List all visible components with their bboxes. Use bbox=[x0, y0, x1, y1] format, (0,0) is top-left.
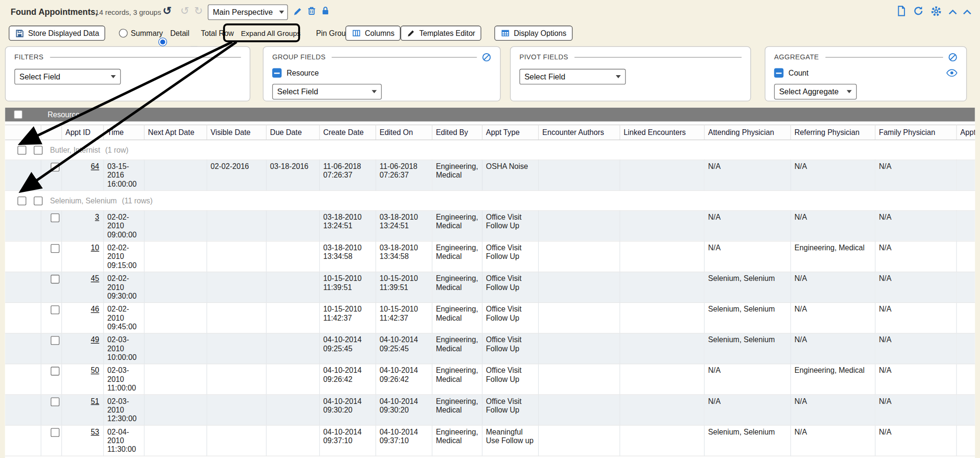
group-expand-checkbox[interactable] bbox=[18, 196, 26, 205]
table-cell: Office Visit Follow Up bbox=[482, 395, 538, 425]
store-displayed-data-button[interactable]: Store Displayed Data bbox=[9, 26, 105, 41]
appt-id-link[interactable]: 49 bbox=[91, 335, 99, 344]
history-forward-icon[interactable]: ↻ bbox=[194, 6, 203, 16]
aggregate-select[interactable]: Select Aggregate bbox=[774, 84, 857, 100]
table-cell: N/A bbox=[875, 333, 956, 364]
cell-spacer bbox=[5, 302, 41, 333]
group-count: (1 row) bbox=[105, 145, 129, 154]
appt-id-link[interactable]: 10 bbox=[91, 244, 99, 252]
column-header[interactable]: Visible Date bbox=[207, 125, 266, 140]
detail-radio[interactable] bbox=[158, 37, 167, 46]
history-back-icon[interactable]: ↺ bbox=[180, 6, 189, 16]
row-checkbox[interactable] bbox=[50, 275, 59, 283]
group-row: Selenium, Selenium(11 rows) bbox=[5, 190, 975, 211]
appt-id-link[interactable]: 50 bbox=[91, 366, 99, 375]
edit-perspective-icon[interactable] bbox=[293, 6, 303, 19]
templates-editor-label: Templates Editor bbox=[419, 29, 475, 37]
row-checkbox[interactable] bbox=[50, 244, 59, 253]
column-header[interactable]: Edited On bbox=[376, 125, 432, 140]
table-cell: N/A bbox=[791, 272, 875, 302]
clear-group-fields-icon[interactable] bbox=[482, 52, 491, 62]
table-cell: 04-10-2014 09:30:20 bbox=[376, 395, 432, 425]
detail-label: Detail bbox=[170, 29, 189, 37]
delete-perspective-icon[interactable] bbox=[307, 6, 317, 18]
clear-aggregate-icon[interactable] bbox=[948, 52, 958, 62]
refresh-icon[interactable] bbox=[913, 6, 924, 19]
column-header[interactable]: Next Apt Date bbox=[144, 125, 207, 140]
column-header[interactable]: Encounter Authors bbox=[538, 125, 620, 140]
table-cell bbox=[956, 425, 975, 456]
group-select-checkbox[interactable] bbox=[34, 145, 43, 154]
column-header[interactable]: Edited By bbox=[432, 125, 482, 140]
table-cell: Engineering, Medical bbox=[432, 241, 482, 272]
appt-id-link[interactable]: 51 bbox=[91, 397, 99, 405]
table-cell bbox=[266, 364, 319, 394]
cell-spacer bbox=[5, 272, 41, 302]
display-options-button[interactable]: Display Options bbox=[494, 26, 573, 41]
row-checkbox[interactable] bbox=[50, 428, 59, 437]
table-cell bbox=[538, 425, 620, 456]
row-checkbox[interactable] bbox=[50, 213, 59, 222]
table-cell: N/A bbox=[791, 425, 875, 456]
row-checkbox[interactable] bbox=[50, 336, 59, 345]
aggregate-chip-label: Count bbox=[789, 68, 809, 77]
table-cell: 02-03-2010 12:30:00 bbox=[103, 395, 144, 425]
group-expand-checkbox[interactable] bbox=[18, 145, 26, 154]
appt-id-link[interactable]: 45 bbox=[91, 274, 99, 283]
column-header[interactable]: Family Physician bbox=[875, 125, 956, 140]
gear-icon[interactable] bbox=[931, 6, 942, 20]
table-cell bbox=[956, 364, 975, 394]
remove-aggregate-icon[interactable] bbox=[774, 68, 784, 78]
pivot-field-select[interactable]: Select Field bbox=[519, 69, 625, 85]
column-header[interactable]: Attending Physician bbox=[704, 125, 790, 140]
table-cell: Engineering, Medical bbox=[432, 211, 482, 241]
row-checkbox[interactable] bbox=[50, 367, 59, 375]
document-icon[interactable] bbox=[896, 6, 907, 19]
templates-editor-button[interactable]: Templates Editor bbox=[401, 26, 481, 41]
select-all-checkbox[interactable] bbox=[14, 110, 22, 119]
collapse-up-icon[interactable] bbox=[948, 7, 958, 18]
column-header[interactable]: Create Date bbox=[319, 125, 376, 140]
table-cell: N/A bbox=[875, 272, 956, 302]
table-cell bbox=[620, 333, 704, 364]
column-header[interactable]: Appt Re bbox=[956, 125, 975, 140]
table-cell: 02-02-2010 09:15:00 bbox=[103, 241, 144, 272]
lock-icon[interactable] bbox=[321, 6, 331, 18]
group-select-checkbox[interactable] bbox=[34, 196, 43, 205]
group-field-select[interactable]: Select Field bbox=[272, 84, 382, 100]
table-cell bbox=[956, 302, 975, 333]
table-cell bbox=[207, 302, 266, 333]
table-cell: Selenium, Selenium bbox=[704, 333, 790, 364]
perspective-select[interactable]: Main Perspective bbox=[208, 4, 288, 20]
eye-icon[interactable] bbox=[946, 69, 958, 77]
column-header[interactable]: Appt Type bbox=[482, 125, 538, 140]
chevron-down-icon bbox=[111, 75, 115, 78]
table-cell: 02-02-2010 09:45:00 bbox=[103, 302, 144, 333]
column-header[interactable]: Due Date bbox=[266, 125, 319, 140]
remove-field-icon[interactable] bbox=[272, 68, 282, 78]
column-header[interactable]: Appt ID bbox=[61, 125, 103, 140]
collapse-all-up-icon[interactable] bbox=[962, 7, 972, 18]
table-cell: 04-10-2014 09:30:20 bbox=[319, 395, 376, 425]
table-cell: N/A bbox=[704, 395, 790, 425]
column-header[interactable]: Time bbox=[103, 125, 144, 140]
table-cell: N/A bbox=[791, 211, 875, 241]
undo-icon[interactable]: ↺ bbox=[163, 6, 172, 16]
appt-id-link[interactable]: 53 bbox=[91, 427, 99, 436]
summary-radio[interactable] bbox=[119, 29, 127, 37]
appt-id-link[interactable]: 3 bbox=[95, 213, 100, 222]
group-row: Butler, Internist(1 row) bbox=[5, 140, 975, 160]
column-header[interactable]: Linked Encounters bbox=[620, 125, 704, 140]
column-header[interactable]: Referring Physician bbox=[791, 125, 875, 140]
appt-id-link[interactable]: 46 bbox=[91, 305, 99, 313]
row-checkbox[interactable] bbox=[50, 163, 59, 171]
row-checkbox[interactable] bbox=[50, 397, 59, 406]
table-cell: 03-18-2010 13:24:51 bbox=[319, 211, 376, 241]
columns-button[interactable]: Columns bbox=[345, 26, 401, 41]
data-row: 4602-02-2010 09:45:0010-15-2010 11:42:37… bbox=[5, 302, 975, 333]
filters-field-select[interactable]: Select Field bbox=[14, 69, 121, 85]
cell-spacer bbox=[5, 160, 41, 190]
row-checkbox[interactable] bbox=[50, 305, 59, 314]
appt-id-link[interactable]: 64 bbox=[91, 162, 99, 171]
table-cell bbox=[956, 395, 975, 425]
